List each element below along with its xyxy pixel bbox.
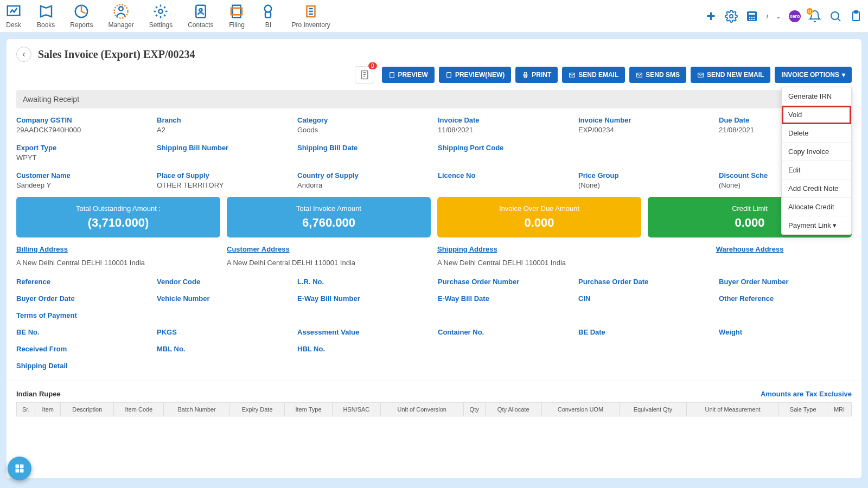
option-generate-irn[interactable]: Generate IRN: [782, 87, 851, 106]
svg-point-4: [159, 9, 163, 14]
nav-books[interactable]: Books: [37, 3, 55, 29]
invoice-options-dropdown: Generate IRNVoidDeleteCopy InvoiceEditAd…: [781, 87, 852, 235]
ref-cin: CIN: [578, 294, 711, 303]
col-sale-type: Sale Type: [779, 403, 827, 416]
xero-icon[interactable]: xero: [789, 10, 801, 22]
currency-label: Indian Rupee: [16, 390, 61, 398]
option-void[interactable]: Void: [782, 106, 851, 124]
col-item: Item: [35, 403, 61, 416]
svg-rect-35: [16, 469, 20, 473]
add-icon[interactable]: +: [704, 10, 717, 23]
page-title: Sales Invoice (Export) EXP/00234: [38, 48, 195, 61]
svg-rect-33: [16, 465, 20, 468]
ref-weight: Weight: [719, 328, 852, 336]
col-item-code: Item Code: [114, 403, 164, 416]
svg-rect-25: [390, 72, 394, 78]
address-row: Billing AddressA New Delhi Central DELHI…: [7, 237, 861, 271]
nav-settings[interactable]: Settings: [149, 3, 173, 29]
summary-cards: Total Outstanding Amount :(3,710.000) To…: [7, 197, 861, 237]
option-payment-link[interactable]: Payment Link ▾: [782, 216, 851, 234]
option-add-credit-note[interactable]: Add Credit Note: [782, 179, 851, 198]
nav-contacts[interactable]: Contacts: [188, 3, 213, 29]
svg-point-17: [754, 16, 755, 18]
shipping-address-link[interactable]: Shipping Address: [437, 245, 641, 253]
ref-l-r-no-: L.R. No.: [297, 278, 430, 286]
nav-desk[interactable]: Desk: [5, 3, 22, 29]
option-allocate-credit[interactable]: Allocate Credit: [782, 198, 851, 216]
svg-rect-10: [265, 12, 271, 17]
ref-pkgs: PKGS: [157, 328, 290, 336]
col-unit-of-measurement: Unit of Measurement: [686, 403, 779, 416]
col-conversion-uom: Conversion UOM: [541, 403, 619, 416]
ref-reference: Reference: [16, 278, 149, 286]
shipping-bill-no-label: Shipping Bill Number: [157, 144, 290, 152]
ref-buyer-order-number: Buyer Order Number: [719, 278, 852, 286]
billing-address-link[interactable]: Billing Address: [16, 245, 220, 253]
col-sr-: Sr.: [17, 403, 35, 416]
svg-point-15: [749, 16, 751, 18]
gear-icon[interactable]: [725, 10, 738, 23]
clipboard-icon[interactable]: [850, 10, 863, 23]
attachments-button[interactable]: [355, 66, 374, 84]
preview-new-button[interactable]: PREVIEW(NEW): [439, 67, 511, 83]
search-icon[interactable]: [829, 10, 842, 23]
page-container: ‹ Sales Invoice (Export) EXP/00234 PREVI…: [7, 39, 861, 478]
action-toolbar: PREVIEW PREVIEW(NEW) PRINT SEND EMAIL SE…: [7, 62, 861, 88]
col-expiry-date: Expiry Date: [230, 403, 285, 416]
col-batch-number: Batch Number: [164, 403, 230, 416]
nav-reports[interactable]: Reports: [70, 3, 93, 29]
svg-point-12: [730, 15, 733, 18]
nav-pro-inventory[interactable]: Pro Inventory: [291, 3, 330, 29]
option-copy-invoice[interactable]: Copy Invoice: [782, 143, 851, 161]
back-button[interactable]: ‹: [16, 47, 31, 62]
col-item-type: Item Type: [285, 403, 333, 416]
customer-name-label: Customer Name: [16, 171, 149, 179]
svg-point-16: [751, 16, 753, 18]
svg-point-19: [751, 18, 753, 20]
invoice-number-label: Invoice Number: [578, 116, 711, 124]
send-sms-button[interactable]: SEND SMS: [629, 67, 686, 83]
apps-fab[interactable]: [8, 457, 31, 480]
shipping-port-code-label: Shipping Port Code: [438, 144, 571, 152]
ref-hbl-no-: HBL No.: [297, 345, 430, 353]
ref-assessment-value: Assessment Value: [297, 328, 430, 336]
send-email-button[interactable]: SEND EMAIL: [562, 67, 625, 83]
warehouse-address-link[interactable]: Warehouse Address: [648, 245, 852, 253]
option-delete[interactable]: Delete: [782, 124, 851, 143]
option-edit[interactable]: Edit: [782, 161, 851, 179]
nav-bi[interactable]: BI: [260, 3, 276, 29]
svg-point-20: [754, 18, 755, 20]
top-navbar: DeskBooksReportsManagerSettingsContactsF…: [0, 0, 868, 33]
ref-vendor-code: Vendor Code: [157, 278, 290, 286]
meta-grid: Company GSTIN29AADCK7940H000 BranchA2 Ca…: [7, 116, 861, 197]
place-supply-label: Place of Supply: [157, 171, 290, 179]
calculator-icon[interactable]: [745, 10, 758, 23]
ref-purchase-order-number: Purchase Order Number: [438, 278, 571, 286]
ref-other-reference: Other Reference: [719, 294, 852, 303]
print-button[interactable]: PRINT: [515, 67, 558, 83]
shipping-bill-date-label: Shipping Bill Date: [297, 144, 430, 152]
ref-purchase-order-date: Purchase Order Date: [578, 278, 711, 286]
invoice-options-button[interactable]: INVOICE OPTIONS ▾: [775, 67, 852, 83]
chevron-down-icon[interactable]: ⌄: [776, 12, 781, 20]
ref-e-way-bill-number: E-Way Bill Number: [297, 294, 430, 303]
ref-received-from: Received From: [16, 345, 149, 353]
ref-be-no-: BE No.: [16, 328, 149, 336]
preview-button[interactable]: PREVIEW: [382, 67, 435, 83]
user-indicator: ı: [766, 12, 768, 20]
ref-mbl-no-: MBL No.: [157, 345, 290, 353]
customer-address-link[interactable]: Customer Address: [227, 245, 431, 253]
svg-rect-36: [20, 469, 24, 473]
ref-buyer-order-date: Buyer Order Date: [16, 294, 149, 303]
nav-filing[interactable]: Filing: [228, 3, 245, 29]
tax-exclusive-label: Amounts are Tax Exclusive: [761, 390, 852, 398]
send-new-email-button[interactable]: SEND NEW EMAIL: [691, 67, 770, 83]
col-qty-allocate: Qty Allocate: [485, 403, 541, 416]
nav-manager[interactable]: Manager: [108, 3, 133, 29]
items-table: Sr.ItemDescriptionItem CodeBatch NumberE…: [16, 402, 852, 416]
ref-be-date: BE Date: [578, 328, 711, 336]
col-description: Description: [61, 403, 114, 416]
country-supply-label: Country of Supply: [297, 171, 430, 179]
bell-icon[interactable]: 0: [808, 10, 821, 23]
ref-container-no-: Container No.: [438, 328, 571, 336]
